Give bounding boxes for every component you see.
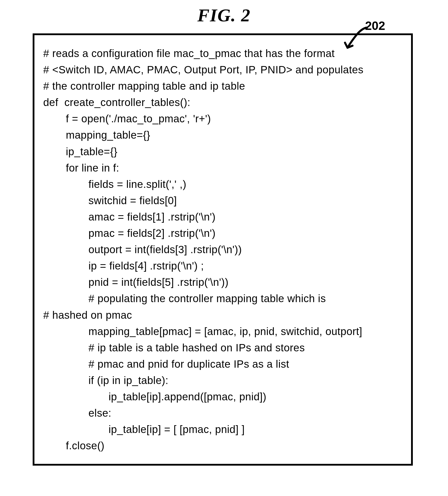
code-line: def create_controller_tables():	[43, 94, 402, 111]
code-line: fields = line.split(',' ,)	[43, 176, 402, 192]
code-line: mapping_table={}	[43, 127, 402, 143]
code-line: # ip table is a table hashed on IPs and …	[43, 340, 402, 356]
code-line: pnid = int(fields[5] .rstrip('\n'))	[43, 274, 402, 290]
code-line: # pmac and pnid for duplicate IPs as a l…	[43, 356, 402, 372]
code-line: # <Switch ID, AMAC, PMAC, Output Port, I…	[43, 62, 402, 78]
code-line: amac = fields[1] .rstrip('\n')	[43, 209, 402, 225]
code-line: ip = fields[4] .rstrip('\n') ;	[43, 258, 402, 274]
code-line: switchid = fields[0]	[43, 192, 402, 209]
code-line: if (ip in ip_table):	[43, 372, 402, 389]
code-line: f.close()	[43, 437, 402, 454]
code-line: ip_table[ip] = [ [pmac, pnid] ]	[43, 421, 402, 437]
code-line: # the controller mapping table and ip ta…	[43, 78, 402, 94]
code-line: for line in f:	[43, 160, 402, 176]
code-line: # hashed on pmac	[43, 307, 402, 323]
code-line: else:	[43, 405, 402, 421]
figure-container: FIG. 2 202 # reads a configuration file …	[5, 5, 443, 466]
code-line: pmac = fields[2] .rstrip('\n')	[43, 225, 402, 241]
code-box: # reads a configuration file mac_to_pmac…	[33, 33, 413, 466]
code-line: ip_table[ip].append([pmac, pnid])	[43, 389, 402, 405]
reference-arrow-icon	[342, 25, 370, 50]
code-line: mapping_table[pmac] = [amac, ip, pnid, s…	[43, 323, 402, 340]
code-line: ip_table={}	[43, 143, 402, 160]
code-line: f = open('./mac_to_pmac', 'r+')	[43, 111, 402, 127]
code-line: # populating the controller mapping tabl…	[43, 290, 402, 307]
code-line: outport = int(fields[3] .rstrip('\n'))	[43, 241, 402, 258]
